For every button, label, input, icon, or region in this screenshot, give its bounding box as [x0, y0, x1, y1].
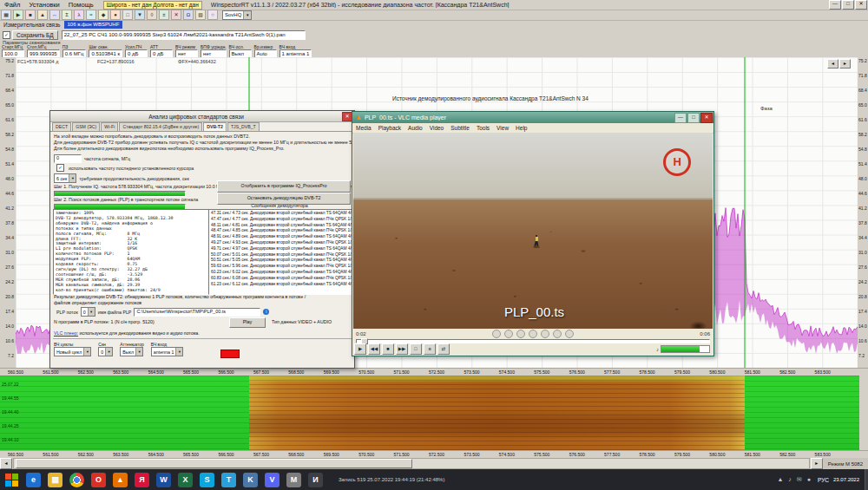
scrollbar-right-icon[interactable]: ► [811, 458, 823, 469]
toolbar-icon[interactable]: ▲ [37, 10, 48, 20]
vlc-menu-item[interactable]: Audio [404, 125, 426, 131]
toolbar-icon[interactable]: ▼ [135, 10, 145, 20]
vlc-menu-item[interactable]: Media [352, 125, 375, 131]
toolbar-icon[interactable]: □ [122, 10, 133, 20]
toolbar-icon[interactable]: ▧ [195, 10, 206, 20]
vlc-round-button[interactable] [553, 330, 562, 338]
dropdown[interactable]: 0▾ [98, 347, 113, 356]
vlc-round-button[interactable] [529, 330, 537, 338]
menu-item[interactable]: Помощь [64, 1, 98, 9]
vlc-menu-item[interactable]: Playback [375, 125, 404, 131]
info-icon[interactable]: i [263, 309, 269, 315]
measure-channel-tab[interactable]: Измерительная связь [0, 22, 64, 28]
playlist-button[interactable]: ≡ [424, 343, 436, 355]
taskbar-app-icon[interactable]: S [200, 473, 214, 487]
vlc-menu-item[interactable]: Help [512, 125, 530, 131]
vlc-round-button[interactable] [492, 330, 501, 338]
waterfall-display[interactable]: 25.07.2219.44.5519.44.4019.44.2519.44.10 [0, 376, 868, 450]
taskbar-app-icon[interactable]: V [265, 473, 279, 487]
vlc-round-button[interactable] [565, 330, 574, 338]
minimize-icon[interactable]: — [674, 113, 687, 123]
vlc-player-link[interactable]: VLC плеер: [54, 330, 78, 336]
close-icon[interactable]: ✕ [700, 113, 713, 123]
toolbar-icon[interactable]: ± [159, 10, 169, 20]
dropdown[interactable]: Выкл▾ [120, 347, 143, 356]
taskbar-app-icon[interactable]: K [243, 473, 258, 487]
play-button[interactable]: ▶ [354, 343, 366, 355]
toolbar-icon[interactable]: Σ [62, 10, 72, 20]
clock-date[interactable]: 23.07.2022 [833, 477, 859, 482]
taskbar-app-icon[interactable]: ▤ [48, 473, 62, 487]
volume-control[interactable]: ♪ [656, 345, 710, 353]
dropdown[interactable]: antenna 1▾ [151, 347, 184, 356]
save-db-button[interactable]: Сохранить БД [12, 30, 58, 40]
show-desktop-button[interactable] [865, 469, 868, 490]
tray-icon[interactable]: ✉ [797, 476, 802, 483]
taskbar-app-icon[interactable]: W [156, 473, 171, 487]
dialog-tab[interactable]: Wi-Fi [101, 122, 118, 131]
dialog-tab[interactable]: DVB-T2 [203, 122, 227, 131]
vlc-menu-item[interactable]: Tools [473, 125, 493, 131]
maximize-icon[interactable]: □ [687, 113, 700, 123]
vlc-round-button[interactable] [541, 330, 549, 338]
scrollbar-thumb[interactable] [16, 459, 412, 468]
scroll-right-icon[interactable]: ► [839, 59, 851, 69]
selected-channel-item[interactable]: 106 в.фон WBSPUHF [64, 21, 123, 29]
toolbar-icon[interactable]: ↔ [49, 10, 60, 20]
play-button[interactable]: Play [229, 317, 266, 328]
toolbar-icon[interactable]: λ [74, 10, 84, 20]
scroll-left-icon[interactable]: ◄ [827, 59, 838, 69]
toolbar-icon[interactable]: ▦ [1, 10, 11, 20]
tray-icon[interactable]: ▲ [777, 476, 783, 483]
plp-file-path[interactable]: C:\Users\user\Winspector\TMP\PLP_00.ts [134, 308, 260, 317]
signal-freq-input[interactable]: 0 [54, 154, 82, 163]
taskbar-app-icon[interactable]: И [308, 473, 323, 487]
stop-button[interactable]: ■ [382, 343, 394, 355]
close-icon[interactable]: ✕ [855, 0, 867, 10]
toolbar-icon[interactable]: ○ [207, 10, 218, 20]
demod-log-panel[interactable]: 47.31 сек./ 4.73 сек. Декодирован второй… [208, 209, 356, 295]
taskbar-app-icon[interactable]: X [178, 473, 193, 487]
toolbar-icon[interactable]: ▶ [13, 10, 23, 20]
tray-icon[interactable]: ● [807, 476, 811, 483]
vlc-titlebar[interactable]: ▲ PLP_00.ts - VLC media player —□✕ [352, 112, 713, 123]
volume-groove[interactable] [661, 345, 710, 353]
vlc-round-button[interactable] [516, 330, 525, 338]
toolbar-icon[interactable]: ◊ [147, 10, 157, 20]
minimize-icon[interactable]: — [829, 0, 841, 10]
menu-item[interactable]: Файл [0, 1, 24, 9]
toolbar-dropdown[interactable]: SovHQ ▾ [222, 10, 252, 20]
loop-button[interactable]: ⇄ [437, 343, 450, 355]
save-db-checkbox[interactable]: ✓ [3, 31, 10, 39]
dialog-tab[interactable]: Стандарт 802.15.4 (ZigBee и другие) [119, 122, 202, 131]
toolbar-icon[interactable]: ≈ [86, 10, 96, 20]
toolbar-icon[interactable]: ◆ [98, 10, 108, 20]
dialog-titlebar[interactable]: Анализ цифровых стандартов связи ✕ [50, 111, 354, 122]
taskbar-app-icon[interactable]: ▲ [113, 473, 128, 487]
fullscreen-button[interactable]: □ [410, 343, 422, 355]
seek-slider[interactable] [356, 338, 708, 343]
taskbar-app-icon[interactable]: T [221, 473, 236, 487]
dropdown[interactable]: Новый цикл▾ [54, 347, 91, 356]
taskbar-app-icon[interactable] [69, 473, 84, 487]
toolbar-icon[interactable]: ✕ [171, 10, 181, 20]
prev-button[interactable]: ◀◀ [368, 343, 380, 355]
tray-icon[interactable]: ♪ [788, 476, 792, 483]
scrollbar-left-icon[interactable]: ◄ [0, 458, 12, 469]
start-button[interactable] [3, 472, 19, 487]
vlc-video-area[interactable]: Н PLP_00.ts [353, 133, 713, 329]
taskbar-app-icon[interactable]: Я [135, 473, 149, 487]
toolbar-icon[interactable]: Ω [183, 10, 194, 20]
vlc-round-button[interactable] [504, 330, 513, 338]
scrollbar-track[interactable] [13, 458, 810, 469]
dialog-tab[interactable]: TJS_DVB_T [227, 122, 260, 131]
dialog-tab[interactable]: GSM (ЭС) [72, 122, 100, 131]
language-indicator[interactable]: РУС [818, 477, 829, 483]
menu-item[interactable]: Установки [24, 1, 63, 9]
maximize-icon[interactable]: □ [842, 0, 854, 10]
toolbar-icon[interactable]: ■ [25, 10, 36, 20]
session-file-field[interactable]: 22_07_25 РС СЧ1 100.0-999.999935 Step3 6… [62, 30, 306, 40]
open-iq-processpro-button[interactable]: Отобразить в программе IQ_ProcessPro [217, 180, 351, 193]
taskbar-app-icon[interactable]: M [286, 473, 301, 487]
duration-dropdown[interactable]: 6 сек ▾ [54, 173, 76, 183]
